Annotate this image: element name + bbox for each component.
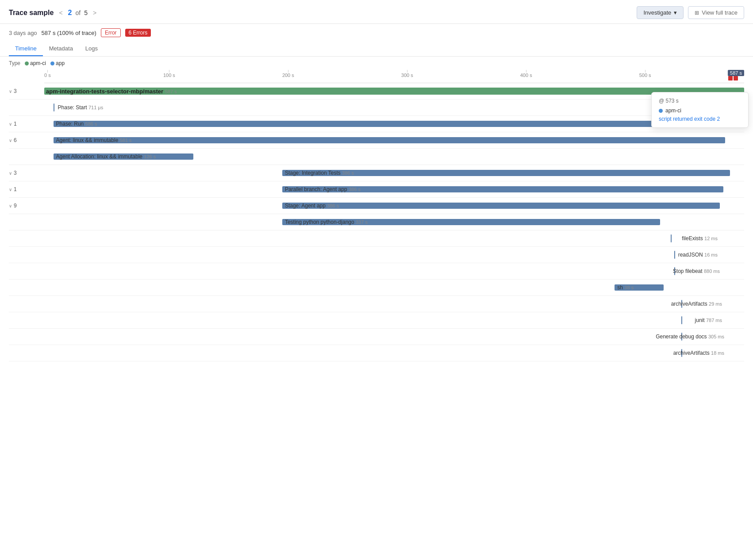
page-header: Trace sample < 2 of 5 > Investigate ▾ ⊞ … [0, 0, 753, 24]
trace-row-17: archiveArtifacts 18 ms [9, 345, 744, 361]
bar-15 [681, 316, 682, 324]
trace-row-13: sh 38 s [9, 280, 744, 296]
bar-3 [54, 121, 733, 127]
tab-metadata[interactable]: Metadata [43, 42, 79, 56]
trace-row-2: Phase: Start 711 μs [9, 100, 744, 116]
error-badge: Error [101, 28, 121, 37]
row-bar-area-3: Phase: Run 586 s [44, 116, 744, 132]
trace-row-7: ∨ 1 Parallel branch: Agent app 386 s [9, 181, 744, 198]
row-bar-area-15: junit 787 ms [44, 312, 744, 328]
trace-rows: ∨ 3 apm-integration-tests-selector-mbp/m… [9, 83, 744, 361]
collapse-icon-7[interactable]: ∨ [9, 187, 12, 192]
type-legend: Type apm-ci app [0, 57, 753, 70]
error-indicators [728, 76, 738, 81]
nav-next-button[interactable]: > [91, 8, 98, 17]
label-5: Agent Allocation: linux && immutable 126… [56, 153, 156, 160]
tooltip-service-name: apm-ci [665, 107, 681, 114]
row-bar-area-8: Stage: Agent app 386 s [44, 198, 744, 214]
collapse-icon-1[interactable]: ∨ [9, 89, 12, 94]
trace-row-8: ∨ 9 Stage: Agent app 386 s [9, 198, 744, 214]
tooltip-time: @ 573 s [659, 98, 741, 104]
trace-row-5: Agent Allocation: linux && immutable 126… [9, 149, 744, 165]
collapse-icon-8[interactable]: ∨ [9, 203, 12, 208]
trace-icon: ⊞ [695, 10, 699, 16]
collapse-icon-6[interactable]: ∨ [9, 171, 12, 176]
investigate-label: Investigate [643, 9, 671, 16]
chevron-down-icon: ▾ [674, 9, 677, 16]
label-16: Generate debug docs 305 ms [656, 334, 724, 340]
label-12: Stop filebeat 880 ms [673, 268, 720, 274]
row-count-6: 3 [14, 170, 17, 176]
trace-row-4: ∨ 6 Agent: linux && immutable 581 s [9, 132, 744, 149]
tick-300s: 300 s [401, 70, 413, 78]
meta-row: 3 days ago 587 s (100% of trace) Error 6… [0, 24, 753, 42]
bar-4 [54, 137, 726, 143]
row-bar-area-17: archiveArtifacts 18 ms [44, 345, 744, 361]
bar-2 [54, 104, 54, 111]
header-left: Trace sample < 2 of 5 > [9, 8, 98, 17]
trace-row-1: ∨ 3 apm-integration-tests-selector-mbp/m… [9, 83, 744, 100]
tick-0s: 0 s [44, 70, 51, 78]
app-label: app [56, 60, 65, 66]
tick-400s: 400 s [520, 70, 532, 78]
collapse-icon-3[interactable]: ∨ [9, 122, 12, 127]
label-10: fileExists 12 ms [682, 235, 718, 242]
investigate-button[interactable]: Investigate ▾ [637, 6, 684, 19]
tooltip-link[interactable]: script returned exit code 2 [659, 116, 720, 122]
row-left-3: ∨ 1 [9, 121, 44, 127]
type-item-apm-ci: apm-ci [25, 60, 46, 66]
trace-row-15: junit 787 ms [9, 312, 744, 329]
row-bar-area-16: Generate debug docs 305 ms [44, 329, 744, 345]
row-bar-area-7: Parallel branch: Agent app 386 s [44, 181, 744, 197]
row-left-4: ∨ 6 [9, 137, 44, 143]
header-right: Investigate ▾ ⊞ View full trace [637, 6, 744, 19]
row-bar-area-2: Phase: Start 711 μs [44, 100, 744, 115]
row-left-6: ∨ 3 [9, 170, 44, 176]
row-count-8: 9 [14, 203, 17, 209]
label-2: Phase: Start 711 μs [58, 104, 104, 111]
row-bar-area-5: Agent Allocation: linux && immutable 126… [44, 149, 744, 165]
errors-count-badge: 6 Errors [125, 29, 151, 37]
label-7: Parallel branch: Agent app 386 s [285, 186, 361, 192]
trace-row-10: fileExists 12 ms [9, 230, 744, 247]
nav-total: 5 [84, 9, 88, 16]
tab-logs[interactable]: Logs [79, 42, 104, 56]
label-13: sh 38 s [617, 284, 634, 291]
apm-ci-label: apm-ci [30, 60, 46, 66]
collapse-icon-4[interactable]: ∨ [9, 138, 12, 143]
app-dot [50, 61, 54, 65]
time-ago: 3 days ago [9, 30, 37, 36]
row-count-7: 1 [14, 186, 17, 192]
bar-8 [282, 203, 720, 209]
trace-row-6: ∨ 3 Stage: Integration Tests 386 s [9, 165, 744, 181]
trace-row-3: ∨ 1 Phase: Run 586 s [9, 116, 744, 132]
trace-duration: 587 s (100% of trace) [42, 30, 96, 36]
nav-prev-button[interactable]: < [57, 8, 64, 17]
tooltip-service: apm-ci [659, 107, 741, 114]
error-sq-2 [734, 76, 738, 81]
trace-row-12: Stop filebeat 880 ms [9, 263, 744, 280]
trace-row-16: Generate debug docs 305 ms [9, 329, 744, 345]
label-14: archiveArtifacts 29 ms [671, 301, 722, 307]
tick-100s: 100 s [163, 70, 175, 78]
view-full-trace-button[interactable]: ⊞ View full trace [688, 6, 744, 19]
label-3: Phase: Run 586 s [56, 121, 97, 127]
tooltip-popup: @ 573 s apm-ci script returned exit code… [651, 92, 749, 128]
row-bar-area-6: Stage: Integration Tests 386 s [44, 165, 744, 181]
trace-row-9: Testing python python-django 337 s [9, 214, 744, 230]
row-count-1: 3 [14, 88, 17, 94]
tick-200s: 200 s [282, 70, 294, 78]
row-left-8: ∨ 9 [9, 203, 44, 209]
row-bar-area-4: Agent: linux && immutable 581 s [44, 132, 744, 148]
row-bar-area-13: sh 38 s [44, 280, 744, 295]
row-bar-area-12: Stop filebeat 880 ms [44, 263, 744, 279]
label-9: Testing python python-django 337 s [285, 219, 368, 225]
nav-current: 2 [68, 9, 72, 17]
trace-row-11: readJSON 16 ms [9, 247, 744, 263]
label-8: Stage: Agent app 386 s [285, 203, 339, 209]
tab-timeline[interactable]: Timeline [9, 42, 43, 56]
view-trace-label: View full trace [702, 9, 738, 16]
row-left-1: ∨ 3 [9, 88, 44, 94]
label-11: readJSON 16 ms [678, 252, 718, 258]
bar-11 [674, 251, 675, 259]
